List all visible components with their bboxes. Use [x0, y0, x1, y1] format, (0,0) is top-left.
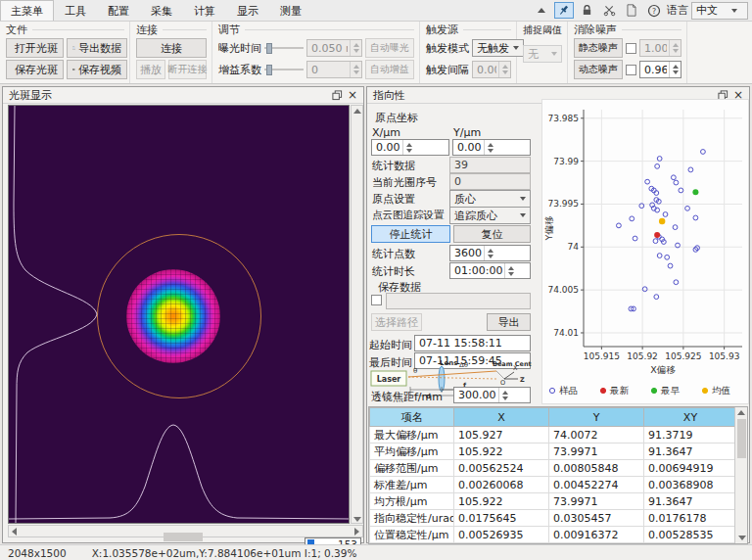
close-panel-icon[interactable]: ×: [345, 88, 360, 102]
track-select[interactable]: 追踪质心: [449, 207, 531, 224]
dynamic-noise-button[interactable]: 动态噪声: [574, 60, 623, 79]
menu-tab-采集[interactable]: 采集: [140, 0, 183, 21]
pointing-scatter-chart: 73.98573.9973.9957474.00574.01105.915105…: [541, 99, 749, 404]
trigger-interval-spinner[interactable]: [498, 62, 508, 77]
collapse-ribbon-icon[interactable]: [532, 2, 551, 19]
static-noise-spinner[interactable]: [669, 40, 679, 56]
menu-tab-显示[interactable]: 显示: [226, 0, 269, 21]
reset-button[interactable]: 复位: [453, 225, 531, 243]
lock-icon[interactable]: [577, 2, 596, 19]
threshold-value: 无: [528, 47, 539, 62]
sample-point: [671, 175, 676, 180]
save-path-field: [386, 293, 531, 309]
static-noise-checkbox[interactable]: [626, 43, 636, 54]
save-file-icon[interactable]: [622, 2, 641, 19]
aperture-value: 0: [454, 175, 461, 188]
table-scrollbar[interactable]: [734, 407, 747, 543]
export-data-button[interactable]: 导出数据: [67, 38, 127, 58]
points-count-value: 3600: [454, 247, 482, 259]
stop-statistics-button[interactable]: 停止统计: [371, 225, 450, 243]
row-value: 0.00694919: [644, 460, 737, 477]
threshold-select[interactable]: 无: [523, 45, 562, 63]
ribbon-group-connect: 连接 连接 播放 断开连接: [130, 22, 212, 83]
focal-length-input[interactable]: 300.00: [453, 387, 531, 403]
x-tick-label: 105.93: [709, 351, 740, 361]
table-row: 平均偏移/μm105.92273.997191.3647: [370, 443, 737, 460]
menu-tab-测量[interactable]: 测量: [269, 0, 312, 21]
exposure-input[interactable]: 0.050 ms: [306, 39, 362, 57]
static-noise-button[interactable]: 静态噪声: [574, 38, 623, 58]
pin-icon[interactable]: [554, 2, 574, 19]
y-tick-label: 74.005: [548, 285, 580, 295]
open-spot-button[interactable]: 打开光斑: [6, 38, 64, 58]
row-value: 0.00562524: [454, 460, 549, 477]
row-value: 105.922: [454, 443, 549, 460]
choose-path-button[interactable]: 选择路径: [371, 313, 422, 331]
x-tick-label: 105.915: [584, 351, 620, 361]
sample-point: [655, 163, 660, 168]
save-spot-button[interactable]: 保存光斑: [6, 60, 64, 79]
exposure-spinner[interactable]: [350, 40, 359, 56]
save-data-checkbox[interactable]: [371, 295, 382, 305]
help-icon[interactable]: ?: [644, 2, 664, 19]
stop-statistics-label: 停止统计: [390, 227, 433, 242]
duration-spinner[interactable]: [504, 263, 514, 278]
row-label: 标准差/μm: [370, 477, 454, 493]
beam-vertical-scrollbar[interactable]: [351, 105, 363, 524]
scissors-icon[interactable]: [599, 2, 619, 19]
static-noise-input[interactable]: 1.00: [639, 39, 682, 57]
start-time-field[interactable]: 07-11 15:58:11: [414, 335, 531, 351]
dynamic-noise-checkbox[interactable]: [626, 65, 636, 75]
beam-horizontal-scrollbar[interactable]: [8, 525, 363, 537]
exposure-slider[interactable]: [264, 41, 304, 55]
reset-label: 复位: [482, 227, 503, 242]
play-button[interactable]: 播放: [136, 60, 165, 79]
save-video-button[interactable]: 保存视频: [67, 60, 127, 79]
gain-slider[interactable]: [264, 63, 304, 76]
menu-tab-配置[interactable]: 配置: [97, 0, 140, 21]
dynamic-noise-input[interactable]: 0.96: [639, 61, 682, 78]
trigger-interval-input[interactable]: 0.00s: [472, 61, 511, 78]
y-tick-label: 73.99: [553, 157, 579, 166]
sample-point: [673, 225, 678, 230]
table-row: 偏移范围/μm0.005625240.008058480.00694919: [370, 460, 737, 477]
origin-set-select[interactable]: 质心: [449, 190, 531, 208]
row-value: 105.922: [454, 493, 549, 510]
origin-x-label: X/μm: [372, 126, 400, 139]
focal-length-spinner[interactable]: [498, 388, 508, 402]
auto-exposure-button[interactable]: 自动曝光: [365, 38, 414, 58]
menu-tab-计算[interactable]: 计算: [183, 0, 226, 21]
points-count-spinner[interactable]: [484, 246, 494, 260]
origin-y-input[interactable]: 0.00: [452, 139, 531, 156]
origin-y-spinner[interactable]: [484, 140, 494, 155]
beam-image[interactable]: [8, 105, 350, 524]
menu-tab-工具[interactable]: 工具: [54, 0, 97, 21]
language-select[interactable]: 中文: [691, 2, 748, 20]
gain-input[interactable]: 0: [306, 61, 362, 78]
track-value: 追踪质心: [454, 209, 497, 223]
points-count-input[interactable]: 3600: [449, 245, 531, 261]
auto-gain-button[interactable]: 自动增益: [365, 60, 414, 79]
duration-input[interactable]: 01:00:00: [449, 262, 531, 279]
origin-x-input[interactable]: 0.00: [371, 139, 449, 156]
points-count-label: 统计点数: [372, 247, 415, 261]
menu-tab-主菜单[interactable]: 主菜单: [0, 0, 54, 21]
row-value: 73.9971: [549, 443, 644, 460]
connect-button[interactable]: 连接: [136, 38, 207, 58]
y-tick-label: 74.01: [553, 328, 579, 338]
row-label: 指向稳定性/urad: [370, 510, 454, 527]
gain-spinner[interactable]: [350, 62, 359, 77]
svg-text:X: X: [513, 364, 518, 372]
ribbon-group-file: 文件 打开光斑 导出数据 保存光斑 保存视频: [0, 22, 130, 83]
export-button[interactable]: 导出: [487, 313, 531, 331]
table-row: 最大偏移/μm105.92774.007291.3719: [370, 427, 737, 443]
table-header-Y: Y: [549, 408, 644, 427]
dynamic-noise-spinner[interactable]: [669, 62, 679, 77]
origin-x-spinner[interactable]: [402, 140, 412, 155]
trigger-interval-label: 触发间隔: [426, 63, 469, 77]
disconnect-button[interactable]: 断开连接: [168, 60, 207, 79]
stats-count-label: 统计数据: [372, 159, 415, 173]
legend-marker-最早: [651, 388, 656, 393]
sample-point: [674, 180, 679, 185]
float-panel-icon[interactable]: [329, 88, 345, 102]
